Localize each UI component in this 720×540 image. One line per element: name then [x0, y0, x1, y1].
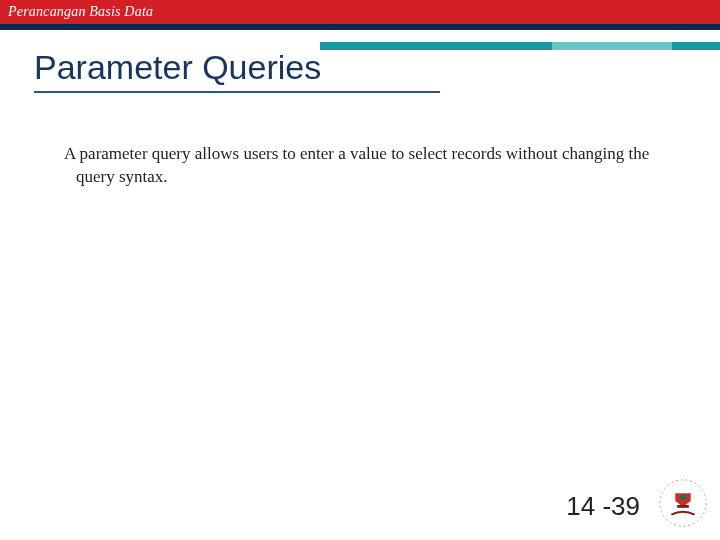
- page-number: 14 -39: [566, 491, 640, 522]
- title-block: Parameter Queries: [0, 30, 720, 93]
- brand-bar: Perancangan Basis Data: [0, 0, 720, 24]
- svg-point-1: [680, 494, 686, 500]
- slide-title: Parameter Queries: [0, 48, 720, 87]
- title-underline: [34, 91, 440, 93]
- paragraph: A parameter query allows users to enter …: [48, 143, 672, 189]
- course-title: Perancangan Basis Data: [8, 4, 153, 20]
- slide: Perancangan Basis Data Parameter Queries…: [0, 0, 720, 540]
- body-text: A parameter query allows users to enter …: [48, 143, 672, 189]
- accent-stripe: [320, 42, 720, 50]
- accent-seg: [672, 42, 720, 50]
- institution-logo: [654, 474, 712, 532]
- svg-rect-2: [677, 505, 689, 508]
- accent-seg: [320, 42, 552, 50]
- accent-seg: [552, 42, 672, 50]
